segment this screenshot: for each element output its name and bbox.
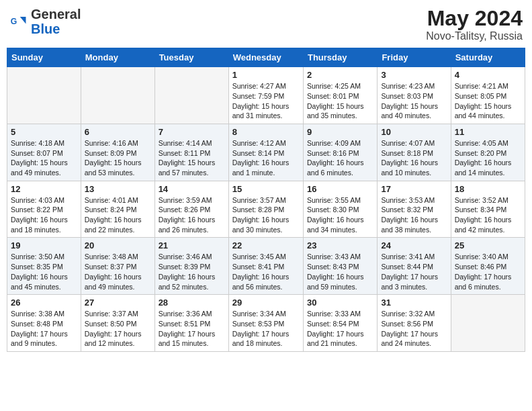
calendar-day-cell: 13Sunrise: 4:01 AM Sunset: 8:24 PM Dayli… bbox=[81, 181, 154, 238]
day-info: Sunrise: 4:14 AM Sunset: 8:11 PM Dayligh… bbox=[159, 138, 225, 178]
calendar-day-cell: 3Sunrise: 4:23 AM Sunset: 8:03 PM Daylig… bbox=[378, 67, 451, 124]
day-info: Sunrise: 3:37 AM Sunset: 8:50 PM Dayligh… bbox=[85, 309, 151, 349]
day-info: Sunrise: 3:41 AM Sunset: 8:44 PM Dayligh… bbox=[381, 252, 447, 291]
day-info: Sunrise: 3:55 AM Sunset: 8:30 PM Dayligh… bbox=[307, 195, 373, 235]
day-info: Sunrise: 3:46 AM Sunset: 8:39 PM Dayligh… bbox=[159, 252, 225, 291]
calendar-day-cell: 10Sunrise: 4:07 AM Sunset: 8:18 PM Dayli… bbox=[378, 124, 451, 181]
day-number: 7 bbox=[159, 127, 225, 137]
day-info: Sunrise: 3:53 AM Sunset: 8:32 PM Dayligh… bbox=[381, 195, 447, 235]
calendar-day-cell: 28Sunrise: 3:36 AM Sunset: 8:51 PM Dayli… bbox=[154, 295, 228, 352]
day-info: Sunrise: 3:32 AM Sunset: 8:56 PM Dayligh… bbox=[381, 309, 447, 349]
weekday-header-cell: Monday bbox=[81, 48, 154, 67]
day-number: 20 bbox=[85, 240, 151, 250]
day-number: 18 bbox=[455, 184, 521, 194]
weekday-header-row: SundayMondayTuesdayWednesdayThursdayFrid… bbox=[7, 48, 525, 67]
calendar-day-cell: 29Sunrise: 3:34 AM Sunset: 8:53 PM Dayli… bbox=[228, 295, 303, 352]
day-number: 27 bbox=[85, 298, 151, 308]
weekday-header-cell: Saturday bbox=[451, 48, 525, 67]
day-number: 30 bbox=[307, 298, 373, 308]
day-info: Sunrise: 3:59 AM Sunset: 8:26 PM Dayligh… bbox=[159, 195, 225, 235]
day-number: 11 bbox=[455, 127, 521, 137]
calendar-day-cell: 27Sunrise: 3:37 AM Sunset: 8:50 PM Dayli… bbox=[81, 295, 154, 352]
day-number: 9 bbox=[307, 127, 373, 137]
calendar-day-cell: 25Sunrise: 3:40 AM Sunset: 8:46 PM Dayli… bbox=[451, 238, 525, 295]
day-number: 4 bbox=[455, 70, 521, 80]
calendar-day-cell: 7Sunrise: 4:14 AM Sunset: 8:11 PM Daylig… bbox=[154, 124, 228, 181]
day-info: Sunrise: 3:34 AM Sunset: 8:53 PM Dayligh… bbox=[232, 309, 300, 349]
calendar-day-cell: 1Sunrise: 4:27 AM Sunset: 7:59 PM Daylig… bbox=[228, 67, 303, 124]
day-info: Sunrise: 4:27 AM Sunset: 7:59 PM Dayligh… bbox=[232, 81, 300, 121]
calendar-day-cell: 21Sunrise: 3:46 AM Sunset: 8:39 PM Dayli… bbox=[154, 238, 228, 295]
svg-text:G: G bbox=[11, 17, 17, 26]
day-number: 5 bbox=[11, 127, 77, 137]
calendar-body: 1Sunrise: 4:27 AM Sunset: 7:59 PM Daylig… bbox=[7, 67, 525, 352]
page-header: G General Blue May 2024 Novo-Talitsy, Ru… bbox=[7, 7, 525, 42]
weekday-header-cell: Sunday bbox=[7, 48, 81, 67]
logo-blue-text: Blue bbox=[31, 21, 60, 36]
calendar-week-row: 19Sunrise: 3:50 AM Sunset: 8:35 PM Dayli… bbox=[7, 238, 525, 295]
day-number: 25 bbox=[455, 240, 521, 250]
day-info: Sunrise: 3:43 AM Sunset: 8:43 PM Dayligh… bbox=[307, 252, 373, 291]
day-info: Sunrise: 4:18 AM Sunset: 8:07 PM Dayligh… bbox=[11, 138, 77, 178]
day-number: 17 bbox=[381, 184, 447, 194]
calendar-day-cell: 2Sunrise: 4:25 AM Sunset: 8:01 PM Daylig… bbox=[303, 67, 377, 124]
location-title: Novo-Talitsy, Russia bbox=[426, 30, 523, 42]
calendar-day-cell: 31Sunrise: 3:32 AM Sunset: 8:56 PM Dayli… bbox=[378, 295, 451, 352]
logo-icon: G bbox=[9, 12, 28, 31]
calendar-day-cell: 12Sunrise: 4:03 AM Sunset: 8:22 PM Dayli… bbox=[7, 181, 81, 238]
svg-marker-2 bbox=[20, 17, 26, 24]
day-info: Sunrise: 4:21 AM Sunset: 8:05 PM Dayligh… bbox=[455, 81, 521, 121]
calendar-day-cell: 9Sunrise: 4:09 AM Sunset: 8:16 PM Daylig… bbox=[303, 124, 377, 181]
calendar-day-cell bbox=[154, 67, 228, 124]
day-info: Sunrise: 4:05 AM Sunset: 8:20 PM Dayligh… bbox=[455, 138, 521, 178]
calendar-day-cell: 18Sunrise: 3:52 AM Sunset: 8:34 PM Dayli… bbox=[451, 181, 525, 238]
weekday-header-cell: Thursday bbox=[303, 48, 377, 67]
calendar-day-cell: 16Sunrise: 3:55 AM Sunset: 8:30 PM Dayli… bbox=[303, 181, 377, 238]
calendar-week-row: 5Sunrise: 4:18 AM Sunset: 8:07 PM Daylig… bbox=[7, 124, 525, 181]
day-info: Sunrise: 4:03 AM Sunset: 8:22 PM Dayligh… bbox=[11, 195, 77, 235]
calendar-day-cell: 19Sunrise: 3:50 AM Sunset: 8:35 PM Dayli… bbox=[7, 238, 81, 295]
day-number: 12 bbox=[11, 184, 77, 194]
day-info: Sunrise: 4:09 AM Sunset: 8:16 PM Dayligh… bbox=[307, 138, 373, 178]
day-info: Sunrise: 4:12 AM Sunset: 8:14 PM Dayligh… bbox=[232, 138, 300, 178]
calendar-day-cell: 11Sunrise: 4:05 AM Sunset: 8:20 PM Dayli… bbox=[451, 124, 525, 181]
day-number: 31 bbox=[381, 298, 447, 308]
day-number: 23 bbox=[307, 240, 373, 250]
day-info: Sunrise: 4:01 AM Sunset: 8:24 PM Dayligh… bbox=[85, 195, 151, 235]
day-info: Sunrise: 3:40 AM Sunset: 8:46 PM Dayligh… bbox=[455, 252, 521, 291]
calendar-week-row: 26Sunrise: 3:38 AM Sunset: 8:48 PM Dayli… bbox=[7, 295, 525, 352]
day-number: 8 bbox=[232, 127, 300, 137]
day-number: 3 bbox=[381, 70, 447, 80]
day-number: 15 bbox=[232, 184, 300, 194]
calendar-day-cell: 15Sunrise: 3:57 AM Sunset: 8:28 PM Dayli… bbox=[228, 181, 303, 238]
calendar-day-cell: 20Sunrise: 3:48 AM Sunset: 8:37 PM Dayli… bbox=[81, 238, 154, 295]
day-info: Sunrise: 3:57 AM Sunset: 8:28 PM Dayligh… bbox=[232, 195, 300, 235]
title-block: May 2024 Novo-Talitsy, Russia bbox=[426, 7, 523, 42]
day-number: 29 bbox=[232, 298, 300, 308]
weekday-header-cell: Wednesday bbox=[228, 48, 303, 67]
day-number: 22 bbox=[232, 240, 300, 250]
calendar-day-cell: 22Sunrise: 3:45 AM Sunset: 8:41 PM Dayli… bbox=[228, 238, 303, 295]
month-title: May 2024 bbox=[426, 7, 523, 30]
day-info: Sunrise: 4:16 AM Sunset: 8:09 PM Dayligh… bbox=[85, 138, 151, 178]
day-info: Sunrise: 3:36 AM Sunset: 8:51 PM Dayligh… bbox=[159, 309, 225, 349]
day-number: 1 bbox=[232, 70, 300, 80]
calendar-day-cell: 5Sunrise: 4:18 AM Sunset: 8:07 PM Daylig… bbox=[7, 124, 81, 181]
weekday-header-cell: Tuesday bbox=[154, 48, 228, 67]
day-number: 14 bbox=[159, 184, 225, 194]
day-number: 13 bbox=[85, 184, 151, 194]
day-info: Sunrise: 4:07 AM Sunset: 8:18 PM Dayligh… bbox=[381, 138, 447, 178]
day-number: 24 bbox=[381, 240, 447, 250]
day-info: Sunrise: 3:48 AM Sunset: 8:37 PM Dayligh… bbox=[85, 252, 151, 291]
calendar-day-cell bbox=[451, 295, 525, 352]
logo: G General Blue bbox=[9, 7, 81, 36]
calendar-table: SundayMondayTuesdayWednesdayThursdayFrid… bbox=[7, 48, 525, 352]
calendar-day-cell: 4Sunrise: 4:21 AM Sunset: 8:05 PM Daylig… bbox=[451, 67, 525, 124]
calendar-day-cell bbox=[7, 67, 81, 124]
day-info: Sunrise: 3:45 AM Sunset: 8:41 PM Dayligh… bbox=[232, 252, 300, 291]
calendar-week-row: 12Sunrise: 4:03 AM Sunset: 8:22 PM Dayli… bbox=[7, 181, 525, 238]
day-number: 19 bbox=[11, 240, 77, 250]
calendar-day-cell: 26Sunrise: 3:38 AM Sunset: 8:48 PM Dayli… bbox=[7, 295, 81, 352]
day-number: 6 bbox=[85, 127, 151, 137]
calendar-day-cell: 23Sunrise: 3:43 AM Sunset: 8:43 PM Dayli… bbox=[303, 238, 377, 295]
